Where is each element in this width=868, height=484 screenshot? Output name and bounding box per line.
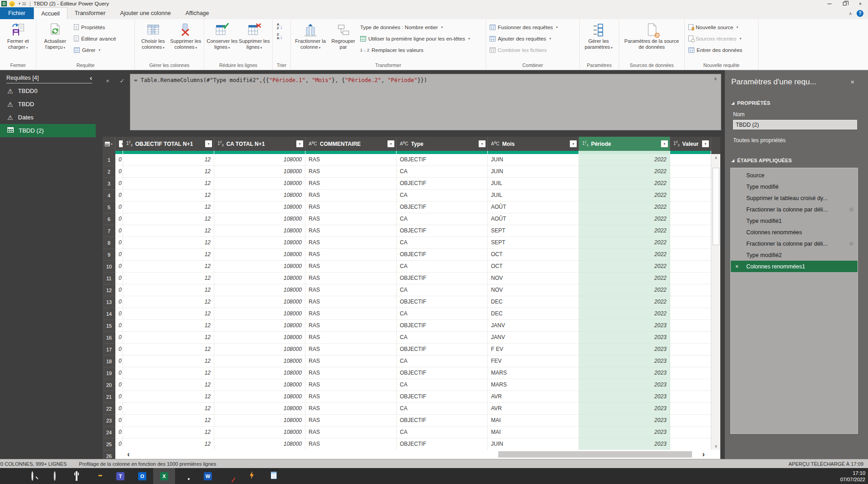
cell[interactable]: 12 <box>123 166 214 178</box>
cell[interactable]: 12 <box>123 332 214 344</box>
cell[interactable]: 2022 <box>579 249 670 261</box>
column-header-commentaire[interactable]: ABCCOMMENTAIRE▾ <box>305 137 397 151</box>
cell[interactable]: RAS <box>305 308 397 320</box>
taskbar-button-excel[interactable]: X <box>153 468 175 484</box>
cell[interactable]: 108000 <box>214 237 305 249</box>
cell[interactable]: RAS <box>305 284 397 296</box>
manage-button[interactable]: Gérer ▾ <box>72 45 118 55</box>
table-corner-button[interactable]: ▾ <box>103 137 115 151</box>
cell[interactable]: RAS <box>305 213 397 225</box>
cell[interactable]: CA <box>397 237 488 249</box>
cell[interactable] <box>670 344 711 355</box>
cell[interactable]: 2023 <box>579 367 670 379</box>
query-item-dates[interactable]: ⚠Dates <box>0 111 96 124</box>
cell[interactable]: RAS <box>305 403 397 415</box>
cell[interactable]: CA <box>397 166 488 178</box>
applied-step[interactable]: Supprimer le tableau croisé dy... <box>731 192 858 204</box>
collapse-triangle-icon[interactable] <box>731 102 734 105</box>
row-number[interactable]: 22 <box>103 403 115 415</box>
status-profiling[interactable]: Profilage de la colonne en fonction des … <box>79 461 216 467</box>
refresh-preview-button[interactable]: Actualiser l'aperçu▾ <box>38 21 72 62</box>
cell[interactable]: 0 <box>115 427 123 438</box>
cell[interactable]: 2023 <box>579 332 670 344</box>
row-number[interactable]: 24 <box>103 427 115 438</box>
feedback-smiley-icon[interactable]: ☺ <box>9 1 15 7</box>
use-first-row-as-headers-button[interactable]: Utiliser la première ligne pour les en-t… <box>358 34 472 43</box>
cell[interactable]: CA <box>397 261 488 273</box>
query-name-input[interactable] <box>733 120 857 129</box>
cell[interactable]: JANV <box>488 332 579 344</box>
applied-step[interactable]: Source <box>731 170 858 181</box>
cell[interactable]: 2022 <box>579 213 670 225</box>
cell[interactable] <box>670 391 711 403</box>
tab-ajouter-une-colonne[interactable]: Ajouter une colonne <box>113 7 178 19</box>
cell[interactable]: 0 <box>115 355 123 367</box>
cell[interactable]: 2023 <box>579 344 670 355</box>
row-number[interactable]: 6 <box>103 213 115 225</box>
taskbar-button-task-view[interactable] <box>66 468 88 484</box>
cell[interactable]: 108000 <box>214 344 305 355</box>
cell[interactable]: DEC <box>488 296 579 308</box>
cell[interactable]: 2022 <box>579 296 670 308</box>
restore-button[interactable] <box>837 0 852 7</box>
cell[interactable]: 108000 <box>214 154 305 166</box>
cell[interactable]: RAS <box>305 332 397 344</box>
cell[interactable]: OBJECTIF <box>397 296 488 308</box>
cell[interactable] <box>670 166 711 178</box>
taskbar-clock[interactable]: 17:10 07/07/2022 <box>840 470 865 483</box>
cell[interactable] <box>670 355 711 367</box>
cell[interactable]: 108000 <box>214 178 305 190</box>
cell[interactable] <box>670 320 711 332</box>
horizontal-scroll-thumb[interactable] <box>498 451 692 458</box>
cell[interactable]: RAS <box>305 225 397 237</box>
scroll-down-icon[interactable]: ∨ <box>712 443 720 450</box>
row-number[interactable]: 21 <box>103 391 115 403</box>
cell[interactable]: RAS <box>305 344 397 355</box>
cell[interactable]: 0 <box>115 201 123 213</box>
cell[interactable]: JUIN <box>488 154 579 166</box>
scroll-up-icon[interactable]: ∧ <box>712 154 720 161</box>
taskbar-button-chrome[interactable] <box>175 468 197 484</box>
collapse-ribbon-icon[interactable]: ∧ <box>849 11 852 16</box>
cell[interactable]: 2022 <box>579 166 670 178</box>
column-header-p-riode[interactable]: 123Période▾ <box>579 137 670 151</box>
horizontal-scrollbar[interactable]: ‹ › <box>115 450 711 459</box>
cell[interactable]: 0 <box>115 415 123 427</box>
minimize-button[interactable] <box>822 0 837 7</box>
column-header-objectif-total-n-1[interactable]: 123OBJECTIF TOTAL N+1▾ <box>123 137 214 151</box>
cell[interactable]: 12 <box>123 154 214 166</box>
advanced-editor-button[interactable]: Éditeur avancé <box>72 34 118 43</box>
cell[interactable]: 0 <box>115 154 123 166</box>
cell[interactable] <box>670 367 711 379</box>
column-header-partial[interactable]: ▾ <box>115 137 123 151</box>
cell[interactable]: RAS <box>305 190 397 201</box>
cell[interactable]: OBJECTIF <box>397 201 488 213</box>
cell[interactable] <box>670 427 711 438</box>
cell[interactable]: 12 <box>123 178 214 190</box>
data-type-button[interactable]: Type de données : Nombre entier ▾ <box>358 22 472 32</box>
cell[interactable]: OBJECTIF <box>397 178 488 190</box>
close-and-load-button[interactable]: Fermer et charger▾ <box>2 21 34 62</box>
cell[interactable]: 108000 <box>214 213 305 225</box>
cell[interactable]: 2022 <box>579 154 670 166</box>
cell[interactable]: RAS <box>305 296 397 308</box>
cell[interactable]: 108000 <box>214 225 305 237</box>
cell[interactable]: 2023 <box>579 379 670 391</box>
taskbar-button-cortana[interactable] <box>44 468 66 484</box>
help-icon[interactable]: ? <box>857 10 863 17</box>
applied-step[interactable]: ×Colonnes renommées1 <box>731 261 858 272</box>
cell[interactable]: 0 <box>115 261 123 273</box>
cell[interactable] <box>670 273 711 284</box>
cell[interactable]: MAI <box>488 427 579 438</box>
row-number[interactable]: 18 <box>103 355 115 367</box>
applied-step[interactable]: Type modifié1 <box>731 215 858 227</box>
cell[interactable]: DEC <box>488 308 579 320</box>
cell[interactable]: RAS <box>305 154 397 166</box>
cell[interactable]: RAS <box>305 415 397 427</box>
cell[interactable]: 12 <box>123 296 214 308</box>
taskbar-button-flash[interactable] <box>241 468 263 484</box>
row-number[interactable]: 23 <box>103 415 115 427</box>
quick-access-caret-icon[interactable]: ▾ <box>19 2 21 5</box>
cell[interactable] <box>670 190 711 201</box>
cell[interactable]: 12 <box>123 391 214 403</box>
